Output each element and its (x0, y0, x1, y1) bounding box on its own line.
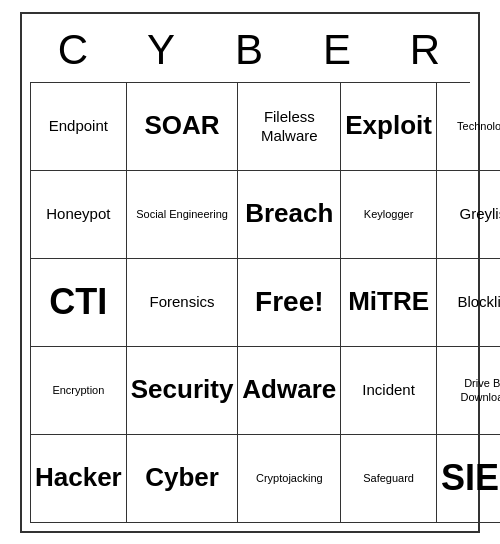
cell-1-3[interactable]: Keylogger (341, 171, 437, 259)
cell-4-3[interactable]: Safeguard (341, 435, 437, 523)
cell-2-4[interactable]: Blocklist (437, 259, 500, 347)
header-letter-c: C (30, 22, 118, 82)
bingo-header: CYBER (30, 22, 470, 82)
header-letter-y: Y (118, 22, 206, 82)
cell-1-0[interactable]: Honeypot (31, 171, 127, 259)
cell-2-3[interactable]: MiTRE (341, 259, 437, 347)
cell-1-1[interactable]: Social Engineering (127, 171, 239, 259)
cell-1-4[interactable]: Greylist (437, 171, 500, 259)
cell-2-1[interactable]: Forensics (127, 259, 239, 347)
cell-0-4[interactable]: Technology (437, 83, 500, 171)
cell-4-0[interactable]: Hacker (31, 435, 127, 523)
header-letter-r: R (382, 22, 470, 82)
cell-3-4[interactable]: Drive By Download (437, 347, 500, 435)
cell-0-0[interactable]: Endpoint (31, 83, 127, 171)
cell-4-2[interactable]: Cryptojacking (238, 435, 341, 523)
bingo-grid: EndpointSOARFileless MalwareExploitTechn… (30, 82, 470, 523)
cell-1-2[interactable]: Breach (238, 171, 341, 259)
cell-3-3[interactable]: Incident (341, 347, 437, 435)
bingo-card: CYBER EndpointSOARFileless MalwareExploi… (20, 12, 480, 533)
header-letter-e: E (294, 22, 382, 82)
cell-3-2[interactable]: Adware (238, 347, 341, 435)
cell-0-3[interactable]: Exploit (341, 83, 437, 171)
cell-0-1[interactable]: SOAR (127, 83, 239, 171)
cell-2-0[interactable]: CTI (31, 259, 127, 347)
cell-2-2[interactable]: Free! (238, 259, 341, 347)
header-letter-b: B (206, 22, 294, 82)
cell-4-1[interactable]: Cyber (127, 435, 239, 523)
cell-3-1[interactable]: Security (127, 347, 239, 435)
cell-0-2[interactable]: Fileless Malware (238, 83, 341, 171)
cell-4-4[interactable]: SIEM (437, 435, 500, 523)
cell-3-0[interactable]: Encryption (31, 347, 127, 435)
